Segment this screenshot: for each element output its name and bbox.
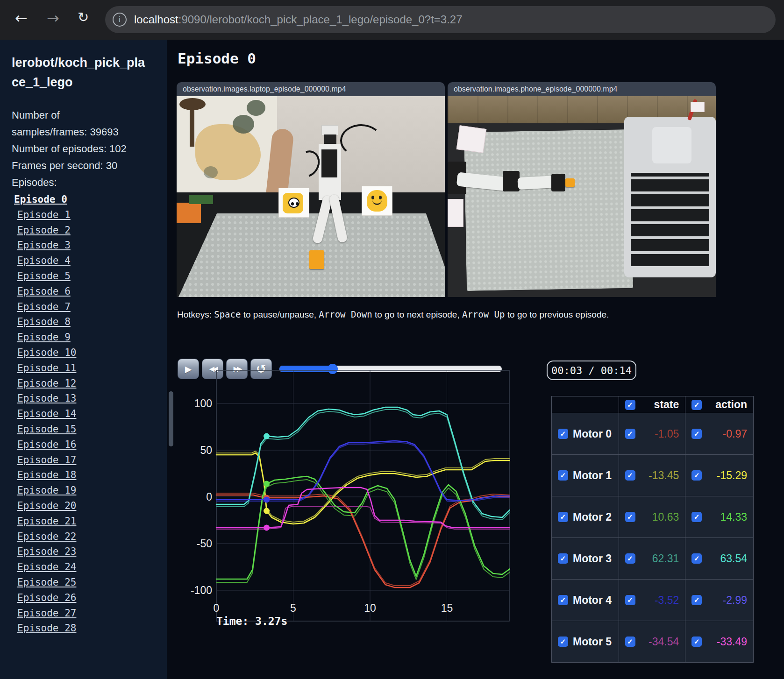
motor-action-checkbox[interactable]: ✓ — [691, 429, 702, 439]
motor-action-checkbox[interactable]: ✓ — [691, 470, 702, 481]
dataset-stats: Number ofsamples/frames: 39693Number of … — [12, 107, 167, 174]
svg-text:50: 50 — [200, 444, 212, 456]
chart-line-motor4_state — [216, 442, 510, 502]
motor-state-checkbox[interactable]: ✓ — [625, 470, 635, 481]
state-column-checkbox[interactable]: ✓ — [625, 400, 635, 410]
episode-link[interactable]: Episode 21 — [17, 514, 167, 529]
episode-link[interactable]: Episode 23 — [17, 544, 167, 559]
motor-table-header: ✓state ✓action — [552, 396, 754, 413]
episode-link[interactable]: Episode 1 — [17, 207, 167, 223]
video-phone-frame[interactable] — [448, 96, 716, 297]
video-phone[interactable]: observation.images.phone_episode_000000.… — [448, 82, 716, 297]
episode-link[interactable]: Episode 16 — [17, 437, 167, 453]
svg-text:15: 15 — [441, 602, 453, 614]
motor-action-checkbox[interactable]: ✓ — [691, 595, 702, 605]
episode-link[interactable]: Episode 28 — [17, 621, 167, 636]
address-bar[interactable]: i localhost:9090/lerobot/koch_pick_place… — [105, 6, 776, 33]
motor-checkbox[interactable]: ✓ — [558, 470, 568, 481]
action-column-label: action — [715, 398, 747, 411]
motor-row: ✓Motor 5✓-34.54✓-33.49 — [552, 621, 754, 663]
motor-checkbox[interactable]: ✓ — [558, 595, 568, 605]
hotkey-space: Space — [214, 309, 241, 319]
episode-link[interactable]: Episode 19 — [17, 483, 167, 498]
motor-state-value: 62.31 — [652, 552, 679, 565]
motor-action-checkbox[interactable]: ✓ — [691, 512, 702, 522]
motor-action-value: -0.97 — [723, 428, 747, 440]
panda-eye — [296, 202, 299, 205]
episode-link[interactable]: Episode 24 — [17, 559, 167, 575]
page-title: Episode 0 — [178, 50, 256, 67]
episode-link[interactable]: Episode 10 — [17, 345, 167, 361]
scrollbar-thumb[interactable] — [169, 391, 173, 446]
episode-link[interactable]: Episode 18 — [17, 467, 167, 483]
page-info-icon[interactable]: i — [113, 13, 127, 27]
episode-link[interactable]: Episode 27 — [17, 606, 167, 621]
svg-text:-100: -100 — [191, 584, 212, 596]
motor-chart[interactable]: 100500-50-100051015Time: 3.27s — [177, 369, 510, 630]
video-laptop-frame[interactable] — [177, 96, 445, 297]
motor-state-checkbox[interactable]: ✓ — [625, 553, 635, 564]
chart-marker — [264, 433, 270, 439]
motor-checkbox[interactable]: ✓ — [558, 429, 568, 439]
header-action-cell: ✓action — [685, 396, 754, 413]
episode-link[interactable]: Episode 12 — [17, 376, 167, 391]
motor-label: Motor 2 — [573, 511, 612, 523]
lego-brick — [309, 250, 324, 269]
motor-state-checkbox[interactable]: ✓ — [625, 512, 635, 522]
chart-marker — [264, 525, 270, 531]
episode-link[interactable]: Episode 9 — [17, 330, 167, 345]
episode-link[interactable]: Episode 2 — [17, 223, 167, 238]
episode-link[interactable]: Episode 5 — [17, 269, 167, 284]
motor-action-checkbox[interactable]: ✓ — [691, 637, 702, 647]
episode-link[interactable]: Episode 17 — [17, 453, 167, 468]
motor-state-checkbox[interactable]: ✓ — [625, 595, 635, 605]
svg-text:5: 5 — [290, 602, 296, 614]
back-icon[interactable]: ← — [15, 9, 28, 27]
episode-link[interactable]: Episode 26 — [17, 590, 167, 606]
motor-state-value: -1.05 — [655, 428, 679, 440]
video-phone-title: observation.images.phone_episode_000000.… — [448, 82, 716, 96]
hotkey-arrow-down: Arrow Down — [319, 309, 372, 319]
motor-label: Motor 1 — [573, 469, 612, 482]
motor-state-checkbox[interactable]: ✓ — [625, 637, 635, 647]
video-laptop[interactable]: observation.images.laptop_episode_000000… — [177, 82, 445, 297]
episode-link[interactable]: Episode 0 — [14, 192, 167, 207]
motor-checkbox[interactable]: ✓ — [558, 637, 568, 647]
episode-link[interactable]: Episode 20 — [17, 498, 167, 514]
stat-line: Number of — [12, 107, 167, 124]
url-text[interactable]: localhost:9090/lerobot/koch_pick_place_1… — [134, 13, 463, 26]
shirt-print-palm — [190, 105, 194, 147]
reload-icon[interactable]: ↻ — [78, 9, 89, 25]
sidebar: lerobot/koch_pick_place_1_lego Number of… — [0, 40, 167, 679]
motor-action-checkbox[interactable]: ✓ — [691, 553, 702, 564]
forward-icon[interactable]: → — [47, 9, 59, 27]
motor-state-value: -13.45 — [649, 469, 679, 482]
motor-action-value: -2.99 — [723, 594, 747, 607]
episode-link[interactable]: Episode 22 — [17, 529, 167, 545]
episode-link[interactable]: Episode 25 — [17, 575, 167, 590]
episode-link[interactable]: Episode 11 — [17, 361, 167, 376]
episode-link[interactable]: Episode 7 — [17, 299, 167, 315]
shirt-print — [204, 166, 218, 178]
episode-link[interactable]: Episode 8 — [17, 314, 167, 330]
episode-link[interactable]: Episode 4 — [17, 253, 167, 269]
motor-action-value: -33.49 — [717, 636, 747, 648]
svg-text:100: 100 — [194, 397, 212, 410]
url-path: :9090/lerobot/koch_pick_place_1_lego/epi… — [178, 13, 463, 26]
action-column-checkbox[interactable]: ✓ — [691, 400, 702, 410]
episode-link[interactable]: Episode 13 — [17, 391, 167, 406]
hotkeys-prefix: Hotkeys: — [177, 310, 214, 319]
motor-checkbox[interactable]: ✓ — [558, 512, 568, 522]
motor-state-checkbox[interactable]: ✓ — [625, 429, 635, 439]
episode-link[interactable]: Episode 15 — [17, 422, 167, 437]
episode-link[interactable]: Episode 6 — [17, 284, 167, 299]
table-surface — [177, 192, 445, 297]
smiley-eye — [371, 196, 374, 199]
motor-label: Motor 4 — [573, 594, 612, 607]
svg-text:10: 10 — [364, 602, 376, 614]
shirt-print — [247, 100, 265, 116]
episode-link[interactable]: Episode 14 — [17, 406, 167, 422]
episode-link[interactable]: Episode 3 — [17, 238, 167, 253]
motor-checkbox[interactable]: ✓ — [558, 553, 568, 564]
motor-action-value: -15.29 — [717, 469, 747, 482]
